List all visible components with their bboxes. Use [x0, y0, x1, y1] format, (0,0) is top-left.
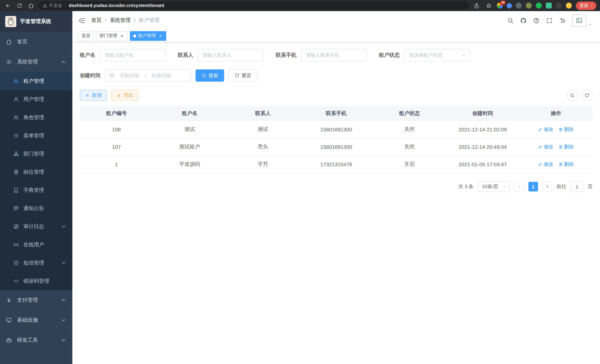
sidebar-item-user[interactable]: 用户管理 — [0, 90, 72, 108]
share-button[interactable] — [472, 1, 480, 10]
browser-update-button[interactable]: 更新 — [576, 1, 596, 10]
breadcrumb-system[interactable]: 系统管理 — [110, 17, 131, 24]
chevron-down-icon — [61, 224, 66, 229]
github-icon — [520, 17, 526, 24]
home-icon — [6, 39, 12, 45]
address-bar[interactable]: 不安全 dashboard.yudao.iocoder.cn/system/te… — [38, 1, 469, 10]
contact-label: 联系人 — [178, 52, 193, 58]
sidebar-item-error-code[interactable]: 错误码管理 — [0, 272, 72, 290]
extension-icon[interactable] — [546, 3, 552, 9]
sidebar-item-infra[interactable]: 基础设施 — [0, 310, 72, 330]
phone-input[interactable] — [301, 49, 367, 61]
edit-pencil-icon — [538, 127, 543, 132]
menu-dots-icon — [590, 3, 594, 8]
user-avatar-menu[interactable] — [572, 14, 592, 27]
sidebar-item-devtool[interactable]: 研发工具 — [0, 330, 72, 350]
font-size-button[interactable] — [559, 17, 565, 24]
extension-icon[interactable] — [566, 3, 572, 9]
docs-help-button[interactable] — [533, 17, 540, 24]
tab-dept[interactable]: 部门管理 — [96, 31, 128, 41]
contact-input[interactable] — [198, 49, 264, 61]
pay-yen-icon — [6, 297, 12, 303]
create-time-range-picker[interactable]: 开始日期 - 结束日期 — [105, 69, 191, 82]
extension-icon[interactable]: 10 — [497, 3, 503, 9]
close-tab-button[interactable] — [119, 33, 124, 38]
tab-tenant[interactable]: 租户管理 — [130, 31, 166, 41]
security-indicator[interactable]: 不安全 — [43, 2, 62, 9]
add-button[interactable]: 新增 — [80, 90, 107, 101]
edit-button[interactable]: 修改 — [538, 144, 553, 150]
sidebar-item-dict[interactable]: 字典管理 — [0, 181, 72, 199]
github-link[interactable] — [520, 17, 526, 24]
browser-back-button[interactable] — [4, 1, 12, 10]
sidebar-item-audit-log[interactable]: 审计日志 — [0, 217, 72, 236]
app-title: 芋道管理系统 — [20, 18, 51, 25]
next-page-button[interactable] — [543, 182, 552, 191]
browser-home-button[interactable] — [27, 1, 35, 10]
sidebar-item-pay[interactable]: 支付管理 — [0, 290, 72, 310]
toggle-search-button[interactable] — [567, 90, 578, 101]
update-label: 更新 — [580, 2, 589, 9]
table-row: 1 芋道源码 芋艿 17321315478 开启 2021-01-05 17:0… — [80, 156, 593, 173]
close-tab-button[interactable] — [158, 33, 163, 38]
chevron-down-icon — [502, 184, 506, 189]
page-size-select[interactable]: 10条/页 — [478, 181, 510, 192]
fullscreen-button[interactable] — [546, 17, 553, 24]
back-icon — [5, 3, 10, 8]
chevron-down-icon — [60, 337, 66, 343]
edit-button[interactable]: 修改 — [538, 126, 553, 133]
delete-button[interactable]: 删除 — [559, 144, 574, 150]
tenant-status-select[interactable]: 请选择租户状态 — [404, 49, 470, 61]
extension-icon[interactable] — [526, 3, 532, 9]
sidebar-item-role[interactable]: 角色管理 — [0, 108, 72, 127]
question-icon — [533, 17, 540, 24]
edit-pencil-icon — [538, 162, 543, 167]
header-search-button[interactable] — [507, 17, 514, 24]
delete-button[interactable]: 删除 — [559, 126, 574, 133]
sidebar-item-home[interactable]: 首页 — [0, 32, 72, 52]
bookmark-button[interactable] — [485, 1, 493, 10]
tenant-table: 租户编号 租户名 联系人 联系手机 租户状态 创建时间 操作 108 测试 测试… — [80, 106, 593, 173]
refresh-table-button[interactable] — [581, 90, 593, 101]
filter-row-1: 租户名 联系人 联系手机 租户状态 请选择租户状态 — [80, 49, 593, 61]
reset-button[interactable]: 重置 — [229, 69, 257, 82]
tenant-users-icon — [13, 78, 19, 84]
extension-icon[interactable] — [506, 2, 513, 9]
edit-button[interactable]: 修改 — [538, 161, 553, 168]
tab-home[interactable]: 首页 — [78, 31, 94, 41]
extension-icon[interactable] — [516, 3, 522, 9]
audit-log-icon — [13, 224, 19, 229]
app-navbar: 首页 / 系统管理 / 租户管理 — [72, 11, 600, 30]
sidebar-item-notice[interactable]: 通知公告 — [0, 199, 72, 217]
refresh-icon — [584, 93, 590, 98]
notice-chat-icon — [13, 205, 19, 211]
menu-list-icon — [13, 133, 19, 138]
breadcrumb-home[interactable]: 首页 — [91, 17, 102, 24]
sidebar-item-online-user[interactable]: 在线用户 — [0, 236, 72, 254]
sidebar-item-post[interactable]: 岗位管理 — [0, 163, 72, 181]
prev-page-button[interactable] — [514, 182, 524, 191]
chevron-down-icon — [60, 297, 66, 303]
chevron-down-icon — [60, 317, 66, 323]
sidebar-item-system[interactable]: 系统管理 — [0, 52, 72, 72]
search-button[interactable]: 搜索 — [196, 69, 224, 82]
screen: 不安全 dashboard.yudao.iocoder.cn/system/te… — [0, 0, 600, 364]
sidebar-item-dept[interactable]: 部门管理 — [0, 145, 72, 163]
tenant-name-input[interactable] — [100, 49, 166, 61]
delete-button[interactable]: 删除 — [559, 161, 574, 168]
goto-page-input[interactable] — [571, 181, 583, 192]
sidebar-item-tenant[interactable]: 租户管理 — [0, 72, 72, 90]
app-logo[interactable]: 芋道管理系统 — [0, 11, 72, 32]
hamburger-icon — [78, 17, 85, 24]
extension-icon[interactable] — [556, 3, 562, 9]
sidebar-item-sms[interactable]: 短信管理 — [0, 254, 72, 272]
user-icon — [13, 96, 19, 102]
plus-icon — [85, 93, 90, 98]
export-button[interactable]: 导出 — [111, 90, 138, 101]
sidebar-item-menu[interactable]: 菜单管理 — [0, 127, 72, 145]
page-number-button[interactable]: 1 — [528, 182, 538, 191]
sidebar-collapse-button[interactable] — [72, 11, 91, 30]
role-icon — [13, 115, 19, 120]
extension-icon[interactable] — [536, 3, 542, 9]
browser-reload-button[interactable] — [15, 1, 23, 10]
